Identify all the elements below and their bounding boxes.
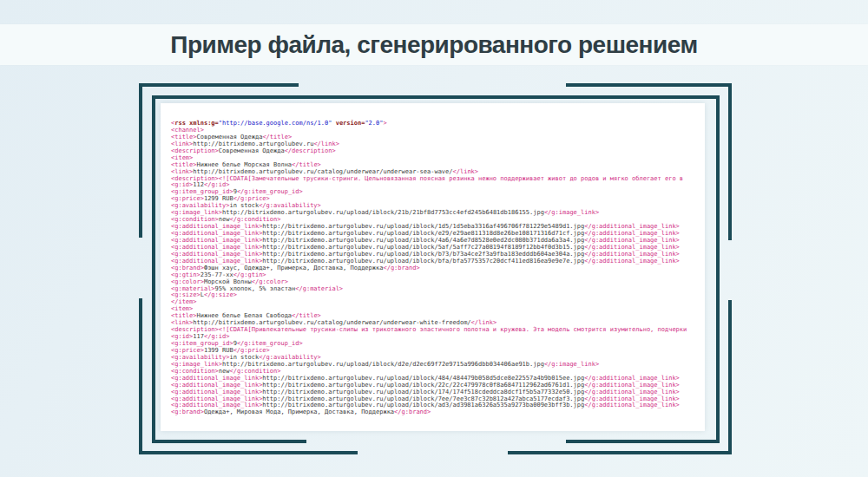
code-segment-tag: </link> <box>471 319 497 326</box>
code-segment-tag: <g:additional_image_link> <box>171 251 262 258</box>
code-segment-txt: Морской Волны <box>204 278 252 285</box>
code-segment-txt: new <box>219 216 230 223</box>
code-segment-tag: </g:additional_image_link> <box>584 402 680 408</box>
code-segment-tag: <g:color> <box>171 278 204 285</box>
code-segment-tag: </g:material> <box>295 285 343 292</box>
code-segment-tag: </g:availability> <box>259 202 321 209</box>
code-segment-tag: <description> <box>171 175 219 182</box>
code-segment-tag: > <box>383 120 386 127</box>
code-segment-txt: http://bitrixdemo.arturgolubev.ru/upload… <box>262 389 584 395</box>
code-segment-txt: Современная Одежда <box>219 147 285 154</box>
code-segment-val: "2.0" <box>365 120 383 127</box>
code-segment-tag: <g:price> <box>171 347 204 354</box>
code-segment-tag: <g:gtin> <box>171 271 201 278</box>
code-segment-tag: </g:brand> <box>394 408 431 415</box>
code-segment-tag: </title> <box>292 161 321 168</box>
code-segment-tag: <g:condition> <box>171 216 219 223</box>
code-segment-tag: <g:additional_image_link> <box>171 389 262 395</box>
code-segment-tag: <g:brand> <box>171 265 204 271</box>
code-segment-txt: http://bitrixdemo.arturgolubev.ru <box>193 140 313 147</box>
code-segment-tag: <item> <box>171 305 193 312</box>
code-segment-tag: </g:brand> <box>383 265 419 271</box>
code-line: <g:size>L</g:size> <box>171 292 700 299</box>
code-segment-tag: <g:brand> <box>171 408 204 415</box>
code-segment-tag: <channel> <box>171 127 204 134</box>
code-segment-tag: <g:material> <box>171 285 215 292</box>
code-segment-txt: http://bitrixdemo.arturgolubev.ru/catalo… <box>193 319 470 326</box>
code-segment-tag: </g:gtin> <box>233 271 266 278</box>
code-line: <description><![CDATA[Замечательные трус… <box>171 176 700 183</box>
frame-line <box>139 83 299 87</box>
code-segment-tag: </g:additional_image_link> <box>584 389 680 395</box>
code-segment-tag: </g:additional_image_link> <box>584 382 680 389</box>
code-segment-tag: <g:additional_image_link> <box>171 223 262 230</box>
code-segment-tag: <g:additional_image_link> <box>171 382 262 389</box>
code-segment-attr: rss xmlns:g= <box>174 120 219 127</box>
code-segment-txt: Современная Одежда <box>197 134 263 140</box>
slide-title-band: Пример файла, сгенерированного решением <box>0 24 868 65</box>
code-line: <description><![CDATA[Привлекательные тр… <box>171 327 700 334</box>
code-line: <g:brand>Одежда+, Мировая Мода, Примерка… <box>171 409 700 416</box>
code-segment-tag: <title> <box>171 134 197 140</box>
code-line: <g:material>95% хлопок, 5% эластан</g:ma… <box>171 286 700 293</box>
code-segment-tag: </g:additional_image_link> <box>584 230 680 237</box>
code-line: <rss xmlns:g="http://base.google.com/ns/… <box>171 121 700 127</box>
code-segment-txt: http://bitrixdemo.arturgolubev.ru/upload… <box>262 244 584 251</box>
code-segment-tag: </g:availability> <box>259 354 321 361</box>
code-segment-tag: <link> <box>171 168 193 175</box>
code-segment-txt: http://bitrixdemo.arturgolubev.ru/upload… <box>262 230 584 237</box>
code-segment-tag: </g:additional_image_link> <box>584 251 680 258</box>
code-line: </item> <box>171 299 700 306</box>
frame-line <box>152 95 720 99</box>
code-segment-tag: </g:price> <box>233 195 270 202</box>
slide: { "slide": { "title": "Пример файла, сге… <box>0 0 868 477</box>
code-segment-val: "http://base.google.com/ns/1.0" <box>219 120 332 127</box>
code-segment-txt: 1399 RUB <box>204 347 233 354</box>
code-segment-tag: </item> <box>171 298 197 305</box>
code-segment-tag: <g:item_group_id> <box>171 188 233 195</box>
code-segment-tag: </g:additional_image_link> <box>584 258 680 265</box>
code-segment-tag: <g:additional_image_link> <box>171 230 262 237</box>
code-segment-txt: 1299 RUB <box>204 195 233 202</box>
code-segment-tag: <g:additional_image_link> <box>171 244 262 251</box>
code-segment-txt: http://bitrixdemo.arturgolubev.ru/upload… <box>262 375 584 382</box>
code-segment-txt: http://bitrixdemo.arturgolubev.ru/upload… <box>262 395 584 402</box>
code-segment-txt: http://bitrixdemo.arturgolubev.ru/upload… <box>262 251 584 258</box>
code-segment-tag: </g:condition> <box>229 368 280 375</box>
code-segment-tag: <title> <box>171 161 197 168</box>
code-segment-txt: http://bitrixdemo.arturgolubev.ru/upload… <box>262 402 584 408</box>
code-segment-txt: in stock <box>229 354 259 361</box>
code-segment-tag: <g:item_group_id> <box>171 340 233 347</box>
code-segment-tag: </g:color> <box>252 278 288 285</box>
code-line: <description>Современная Одежда</descrip… <box>171 148 700 155</box>
code-segment-txt: Нижнее белье Морская Волна <box>197 161 293 168</box>
code-segment-tag: <g:additional_image_link> <box>171 395 262 402</box>
code-segment-txt: http://bitrixdemo.arturgolubev.ru/upload… <box>262 237 584 244</box>
code-segment-tag: </title> <box>292 312 321 319</box>
code-segment-txt: 95% хлопок, 5% эластан <box>215 285 296 292</box>
code-segment-tag: <description> <box>171 326 219 333</box>
code-segment-tag: <g:id> <box>171 333 193 340</box>
code-segment-attr: version= <box>332 120 365 127</box>
code-segment-tag: </title> <box>262 134 292 140</box>
slide-title: Пример файла, сгенерированного решением <box>170 31 697 59</box>
code-segment-txt: http://bitrixdemo.arturgolubev.ru/upload… <box>222 209 544 216</box>
code-segment-tag: <g:price> <box>171 195 204 202</box>
code-segment-tag: <g:condition> <box>171 368 219 375</box>
code-segment-cdata: <![CDATA[Замечательные трусики-стринги. … <box>219 175 683 182</box>
frame-line <box>139 298 142 454</box>
code-segment-txt: 235-77-xx <box>201 271 233 278</box>
frame-line <box>139 83 142 238</box>
code-segment-txt: 117 <box>193 333 204 340</box>
code-segment-tag: </g:additional_image_link> <box>584 237 680 244</box>
code-segment-tag: <g:image_link> <box>171 209 222 216</box>
code-segment-tag: </g:item_group_id> <box>237 188 303 195</box>
frame-line <box>152 440 306 443</box>
code-segment-tag: <g:image_link> <box>171 361 222 368</box>
code-segment-tag: </g:id> <box>204 333 230 340</box>
code-segment-tag: <g:size> <box>171 291 201 298</box>
code-segment-txt: http://bitrixdemo.arturgolubev.ru/upload… <box>262 258 584 265</box>
frame-line <box>152 95 155 443</box>
xml-code: <rss xmlns:g="http://base.google.com/ns/… <box>161 103 705 431</box>
frame-line <box>566 83 732 87</box>
